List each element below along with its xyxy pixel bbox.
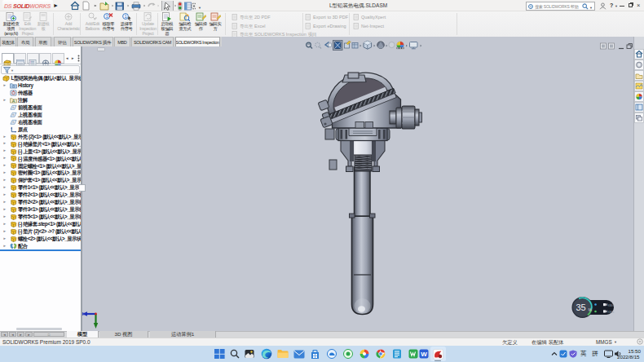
svg-text:%: %: [589, 307, 593, 312]
svg-text:A: A: [11, 99, 15, 104]
svg-text:W: W: [421, 351, 427, 358]
svg-text:KB/s: KB/s: [608, 304, 614, 307]
svg-text:35: 35: [576, 302, 585, 312]
svg-text:KB/s: KB/s: [608, 311, 614, 314]
